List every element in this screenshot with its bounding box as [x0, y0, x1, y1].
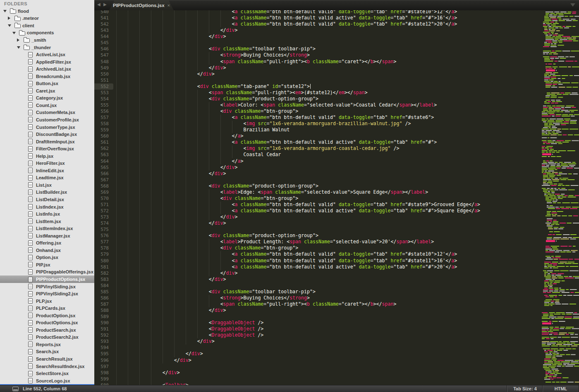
sidebar-file-list-jsx[interactable]: List.jsx — [0, 181, 94, 189]
code-line-568[interactable]: 568<div className="product-option-group"… — [94, 183, 538, 189]
code-line-597[interactable]: 597 — [94, 363, 538, 370]
sidebar-file-discountbadge-jsx[interactable]: DiscountBadge.jsx — [0, 131, 94, 138]
code-line-552[interactable]: 552<div className="tab-pane" id="state12… — [94, 83, 538, 90]
line-number[interactable]: 563 — [94, 152, 109, 157]
tab-back-icon[interactable]: ◀ — [97, 2, 100, 7]
sidebar-file-appliedfilter-jsx[interactable]: AppliedFilter.jsx — [0, 58, 94, 66]
code-line-585[interactable]: 585<div className="toolbar toolbar-pip"> — [94, 289, 538, 295]
code-line-556[interactable]: 556<div className="btn-group"> — [94, 108, 538, 114]
line-number[interactable]: 545 — [94, 40, 109, 45]
tab-close-icon[interactable]: × — [167, 3, 170, 8]
code-line-553[interactable]: 553<span className="pull-right"><em>(#st… — [94, 90, 538, 96]
code-line-567[interactable]: 567 — [94, 177, 538, 183]
code-line-547[interactable]: 547<strong>Buying Choices</strong> — [94, 52, 538, 58]
code-line-555[interactable]: 555<label>Color: <span className="select… — [94, 102, 538, 108]
line-number[interactable]: 593 — [94, 339, 109, 344]
code-line-588[interactable]: 588</div> — [94, 307, 538, 314]
chevron-down-icon[interactable] — [17, 46, 20, 49]
sidebar-file-onhand-jsx[interactable]: Onhand.jsx — [0, 247, 94, 254]
line-number[interactable]: 583 — [94, 277, 109, 282]
code-line-593[interactable]: 593</div> — [94, 338, 538, 344]
line-number[interactable]: 554 — [94, 96, 109, 102]
sidebar-file-tree[interactable]: FOLDERS flood.meteorclientcomponents_smi… — [0, 0, 94, 385]
code-line-542[interactable]: 542<a className="btn btn-default valid" … — [94, 21, 538, 27]
line-number[interactable]: 569 — [94, 190, 109, 195]
code-line-559[interactable]: 559Brazilian Walnut — [94, 127, 538, 133]
panel-toggle-icon[interactable] — [12, 387, 19, 391]
code-line-545[interactable]: 545 — [94, 40, 538, 46]
code-line-589[interactable]: 589 — [94, 314, 538, 320]
sidebar-file-productoptions-jsx[interactable]: ProductOptions.jsx — [0, 319, 94, 327]
code-line-548[interactable]: 548<span className="pull-right"><b class… — [94, 59, 538, 65]
sidebar-file-filteroverflow-jsx[interactable]: FilterOverflow.jsx — [0, 145, 94, 152]
code-line-558[interactable]: 558<img src="1x6-veranda-armorguard-braz… — [94, 121, 538, 127]
sidebar-file-customerprofile-jsx[interactable]: CustomerProfile.jsx — [0, 116, 94, 124]
line-number[interactable]: 541 — [94, 15, 109, 21]
code-line-565[interactable]: 565</div> — [94, 164, 538, 171]
code-line-580[interactable]: 580<a className="btn btn-default valid" … — [94, 258, 538, 264]
sidebar-file-listitem-jsx[interactable]: ListItem.jsx — [0, 218, 94, 225]
line-number[interactable]: 540 — [94, 10, 109, 14]
code-editor[interactable]: 540<a className="btn btn-default valid" … — [94, 10, 538, 385]
line-number[interactable]: 546 — [94, 46, 109, 52]
code-line-573[interactable]: 573</div> — [94, 214, 538, 220]
line-number[interactable]: 588 — [94, 308, 109, 313]
sidebar-file-breadcrumb-jsx[interactable]: Breadcrumb.jsx — [0, 73, 94, 80]
code-line-572[interactable]: 572<a className="btn btn-default valid a… — [94, 208, 538, 214]
code-line-541[interactable]: 541<a className="btn btn-default valid a… — [94, 15, 538, 21]
sidebar-file-category-jsx[interactable]: Category.jsx — [0, 95, 94, 102]
line-number[interactable]: 599 — [94, 376, 109, 382]
line-number[interactable]: 597 — [94, 364, 109, 369]
line-number[interactable]: 594 — [94, 345, 109, 350]
tab-size-selector[interactable]: Tab Size: 4 — [507, 385, 543, 392]
line-number[interactable]: 561 — [94, 140, 109, 145]
sidebar-file-customertype-jsx[interactable]: CustomerType.jsx — [0, 124, 94, 131]
minimap[interactable] — [538, 10, 579, 385]
sidebar-file-pipdraggableofferings-jsx[interactable]: PIPDraggableOfferings.jsx — [0, 268, 94, 276]
sidebar-file-listindex-jsx[interactable]: ListIndex.jsx — [0, 203, 94, 211]
line-number[interactable]: 555 — [94, 102, 109, 108]
sidebar-folder-client[interactable]: client — [0, 22, 94, 29]
line-number[interactable]: 566 — [94, 171, 109, 176]
line-number[interactable]: 548 — [94, 59, 109, 64]
sidebar-file-plp-jsx[interactable]: PLP.jsx — [0, 297, 94, 305]
line-number[interactable]: 591 — [94, 326, 109, 332]
code-line-570[interactable]: 570<div className="btn-group"> — [94, 195, 538, 202]
code-line-581[interactable]: 581<a className="btn btn-default valid a… — [94, 264, 538, 270]
sidebar-file-caret-jsx[interactable]: Caret.jsx — [0, 87, 94, 95]
line-number[interactable]: 556 — [94, 109, 109, 114]
sidebar-file-herofilter-jsx[interactable]: HeroFilter.jsx — [0, 159, 94, 167]
sidebar-file-customermeta-jsx[interactable]: CustomerMeta.jsx — [0, 109, 94, 116]
code-line-594[interactable]: 594 — [94, 344, 538, 351]
sidebar-file-pip-jsx[interactable]: PIP.jsx — [0, 261, 94, 268]
sidebar-folder--thunder[interactable]: _thunder — [0, 44, 94, 51]
line-number[interactable]: 564 — [94, 159, 109, 164]
sidebar-file-draftiteminput-jsx[interactable]: DraftItemInput.jsx — [0, 138, 94, 145]
line-number[interactable]: 586 — [94, 295, 109, 301]
sidebar-file-listinfo-jsx[interactable]: ListInfo.jsx — [0, 210, 94, 218]
code-line-562[interactable]: 562<img src="1x6-veranda-armorguard-coas… — [94, 145, 538, 152]
line-number[interactable]: 587 — [94, 302, 109, 307]
line-number[interactable]: 589 — [94, 314, 109, 319]
tab-pipproductoptions[interactable]: PIPProductOptions.jsx × — [109, 0, 174, 10]
code-line-587[interactable]: 587<span className="pull-right"><b class… — [94, 301, 538, 307]
line-number[interactable]: 579 — [94, 252, 109, 257]
sidebar-folder--meteor[interactable]: .meteor — [0, 15, 94, 22]
sidebar-file-button-jsx[interactable]: Button.jsx — [0, 80, 94, 87]
code-line-579[interactable]: 579<a className="btn btn-default valid" … — [94, 251, 538, 257]
code-line-564[interactable]: 564</a> — [94, 158, 538, 164]
sidebar-folder--smith[interactable]: _smith — [0, 36, 94, 44]
line-number[interactable]: 582 — [94, 271, 109, 276]
sidebar-file-option-jsx[interactable]: Option.jsx — [0, 254, 94, 261]
sidebar-file-listmanager-jsx[interactable]: ListManager.jsx — [0, 232, 94, 240]
line-number[interactable]: 549 — [94, 65, 109, 71]
line-number[interactable]: 552 — [94, 84, 109, 89]
line-number[interactable]: 544 — [94, 34, 109, 39]
line-number[interactable]: 559 — [94, 127, 109, 133]
line-number[interactable]: 543 — [94, 28, 109, 33]
code-line-576[interactable]: 576<div className="product-option-group"… — [94, 233, 538, 239]
line-number[interactable]: 592 — [94, 333, 109, 338]
line-number[interactable]: 573 — [94, 214, 109, 220]
line-number[interactable]: 581 — [94, 264, 109, 270]
code-line-591[interactable]: 591<DraggableObject /> — [94, 326, 538, 332]
